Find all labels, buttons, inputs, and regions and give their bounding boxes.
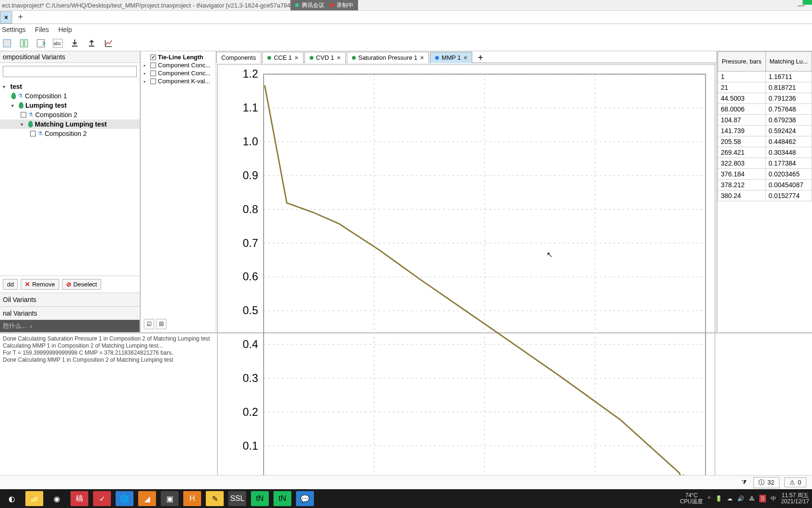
select-all-icon[interactable]: ☑ bbox=[144, 319, 154, 329]
system-tray[interactable]: 74°CCPU温度 ^ 🔋 ☁ 🔊 🖧 S 中 11:57 周五2021/12/… bbox=[680, 492, 809, 505]
toolbar-upload-icon[interactable] bbox=[86, 37, 98, 49]
remove-button[interactable]: ✕Remove bbox=[21, 279, 59, 290]
tray-battery-icon[interactable]: 🔋 bbox=[715, 495, 722, 502]
app-icon[interactable]: 稿 bbox=[70, 491, 88, 506]
tree-root[interactable]: ▾test bbox=[0, 82, 140, 91]
table-row[interactable]: 269.4210.303448 bbox=[718, 147, 812, 158]
checkbox-icon[interactable] bbox=[21, 112, 26, 118]
checkbox-icon[interactable] bbox=[30, 131, 36, 136]
tray-vol-icon[interactable]: 🔊 bbox=[737, 495, 744, 502]
camera-icon[interactable]: ▣ bbox=[161, 491, 179, 506]
checkbox-icon[interactable] bbox=[150, 79, 156, 84]
col-matching[interactable]: Matching Lu... bbox=[765, 52, 812, 71]
menu-files[interactable]: Files bbox=[35, 26, 49, 33]
nal-variants-section[interactable]: nal Variants bbox=[0, 306, 140, 320]
toolbar-chart-icon[interactable] bbox=[102, 37, 115, 49]
start-icon[interactable]: ◐ bbox=[3, 491, 21, 506]
tree-matching[interactable]: ▾Matching Lumping test bbox=[0, 119, 140, 129]
tn1-icon[interactable]: tN bbox=[251, 491, 269, 506]
app2-icon[interactable]: ◢ bbox=[138, 491, 156, 506]
table-row[interactable]: 104.870.679238 bbox=[718, 115, 812, 126]
table-row[interactable]: 141.7390.592424 bbox=[718, 126, 812, 136]
tab-sat[interactable]: Saturation Pressure 1× bbox=[347, 52, 429, 63]
chevron-left-icon[interactable]: ‹ bbox=[30, 323, 32, 330]
tab-cce[interactable]: CCE 1× bbox=[262, 52, 304, 63]
oil-variants-section[interactable]: Oil Variants bbox=[0, 293, 140, 306]
svg-rect-2 bbox=[24, 40, 28, 47]
svg-text:0.7: 0.7 bbox=[243, 237, 258, 249]
svg-text:0.4: 0.4 bbox=[243, 338, 258, 350]
table-row[interactable]: 210.818721 bbox=[718, 82, 812, 93]
tab-mmp[interactable]: MMP 1× bbox=[430, 52, 473, 63]
tray-ime-icon[interactable]: S bbox=[759, 495, 766, 502]
chat-icon[interactable]: 💬 bbox=[296, 491, 314, 506]
statusbar: ⧩ ⓘ32 ⚠0 bbox=[0, 475, 812, 489]
table-row[interactable]: 378.2120.00454087 bbox=[718, 180, 812, 190]
check-icon[interactable]: ✓ bbox=[93, 491, 111, 506]
x-icon: ✕ bbox=[25, 281, 30, 288]
check-tieline[interactable]: ✓Tie-Line Length bbox=[143, 53, 214, 61]
h-icon[interactable]: H bbox=[183, 491, 201, 506]
col-pressure[interactable]: Pressure, bars bbox=[718, 52, 766, 71]
check-conc2[interactable]: ▸Component Conc... bbox=[143, 69, 214, 77]
menubar: Settings Files Help bbox=[0, 24, 812, 35]
tree-comp2a[interactable]: ⚗Composition 2 bbox=[0, 110, 140, 119]
new-tab-button[interactable]: + bbox=[13, 12, 28, 22]
globe-icon[interactable]: 🌐 bbox=[116, 491, 133, 506]
table-row[interactable]: 380.240.0152774 bbox=[718, 190, 812, 201]
tray-lang-icon[interactable]: 中 bbox=[771, 495, 776, 503]
close-icon[interactable]: × bbox=[4, 14, 8, 21]
table-row[interactable]: 44.50030.791236 bbox=[718, 93, 812, 104]
checkbox-icon[interactable] bbox=[150, 71, 156, 76]
toolbar-download-icon[interactable] bbox=[69, 37, 81, 49]
tree-lumping[interactable]: ▾Lumping test bbox=[0, 101, 140, 110]
close-icon[interactable]: × bbox=[464, 54, 468, 61]
table-row[interactable]: 322.8030.177384 bbox=[718, 158, 812, 169]
chrome-icon[interactable]: ◉ bbox=[48, 491, 66, 506]
project-tab[interactable]: × bbox=[0, 11, 12, 24]
deselect-button[interactable]: ⊘Deselect bbox=[62, 279, 102, 290]
filter-icon[interactable]: ⧩ bbox=[739, 478, 749, 487]
tree-comp2b[interactable]: ⚗Composition 2 bbox=[0, 129, 140, 138]
tree-comp1[interactable]: ⚗Composition 1 bbox=[0, 91, 140, 101]
table-row[interactable]: 376.1840.0203465 bbox=[718, 169, 812, 180]
table-row[interactable]: 205.580.448462 bbox=[718, 136, 812, 147]
status-dot-icon bbox=[352, 56, 356, 60]
checkbox-checked-icon[interactable]: ✓ bbox=[150, 55, 156, 60]
explorer-icon[interactable]: 📁 bbox=[25, 491, 43, 506]
tab-components[interactable]: Components bbox=[216, 52, 261, 63]
chart-area[interactable]: 0.00.10.20.30.40.50.60.70.80.91.01.11.21… bbox=[217, 64, 715, 508]
menu-settings[interactable]: Settings bbox=[2, 26, 26, 33]
svg-rect-1 bbox=[20, 40, 23, 47]
deselect-all-icon[interactable]: ☒ bbox=[156, 319, 166, 329]
note-icon[interactable]: ✎ bbox=[206, 491, 224, 506]
info-count[interactable]: ⓘ32 bbox=[753, 477, 779, 488]
close-icon[interactable]: × bbox=[295, 54, 298, 61]
ssl-icon[interactable]: SSL bbox=[228, 491, 246, 506]
variants-tree[interactable]: ▾test ⚗Composition 1 ▾Lumping test ⚗Comp… bbox=[0, 80, 140, 276]
tray-up-icon[interactable]: ^ bbox=[708, 495, 710, 502]
tray-net-icon[interactable]: 🖧 bbox=[749, 495, 755, 502]
add-button[interactable]: dd bbox=[3, 279, 18, 290]
close-icon[interactable]: × bbox=[337, 54, 341, 61]
add-tab-button[interactable]: + bbox=[473, 53, 488, 63]
toolbar-icon-3[interactable] bbox=[35, 37, 47, 49]
checkbox-icon[interactable] bbox=[150, 63, 156, 68]
svg-text:0.6: 0.6 bbox=[243, 270, 258, 283]
toolbar-icon-1[interactable] bbox=[1, 37, 13, 49]
filter-input[interactable] bbox=[3, 66, 137, 77]
record-dot-icon bbox=[330, 3, 334, 7]
warning-count[interactable]: ⚠0 bbox=[784, 477, 806, 487]
check-conc1[interactable]: ▸Component Conc... bbox=[143, 61, 214, 69]
toolbar-abc-icon[interactable]: abc bbox=[52, 37, 64, 49]
check-kval[interactable]: ▸Component K-val... bbox=[143, 77, 214, 85]
close-icon[interactable]: × bbox=[420, 54, 424, 61]
tab-cvd[interactable]: CVD 1× bbox=[304, 52, 346, 63]
tray-cloud-icon[interactable]: ☁ bbox=[727, 495, 733, 502]
toolbar-icon-2[interactable] bbox=[18, 37, 30, 49]
tn2-icon[interactable]: tN bbox=[273, 491, 291, 506]
menu-help[interactable]: Help bbox=[58, 26, 72, 33]
left-panel-header: ompositional Variants bbox=[0, 51, 140, 63]
table-row[interactable]: 68.00060.757648 bbox=[718, 104, 812, 115]
table-row[interactable]: 11.16711 bbox=[718, 71, 812, 82]
